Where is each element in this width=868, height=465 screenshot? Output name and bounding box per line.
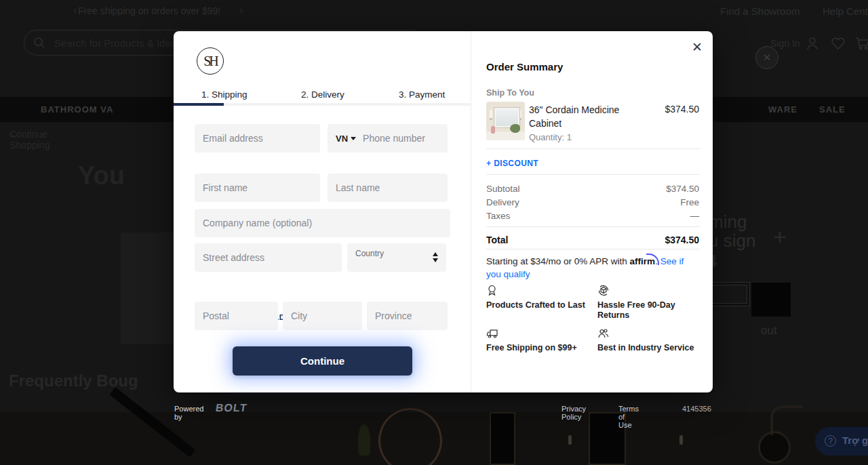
- checkout-link-fragment: out: [761, 324, 777, 338]
- people-icon: [597, 328, 610, 339]
- phone-field[interactable]: VN: [328, 124, 448, 153]
- screen: ‹ Free shipping on orders over $99! › Fi…: [0, 0, 868, 465]
- question-icon: ?: [825, 435, 836, 447]
- feature-service: Best in Industry Service: [597, 328, 705, 353]
- order-summary-pane: ✕ Order Summary Ship To You 36" Cordain …: [471, 31, 713, 392]
- find-showroom-link: Find a Showroom: [720, 5, 800, 17]
- background-popup-close-icon: ✕: [755, 46, 778, 69]
- add-discount-link[interactable]: + DISCOUNT: [486, 159, 538, 168]
- product-price: $374.50: [665, 104, 699, 115]
- feature-shipping: Free Shipping on $99+: [486, 328, 593, 353]
- nav-item-bathroom: BATHROOM VA: [41, 104, 113, 115]
- taxes-label: Taxes: [486, 211, 510, 221]
- email-field[interactable]: [195, 124, 320, 153]
- country-select[interactable]: Country: [347, 243, 446, 272]
- phone-number-input[interactable]: [361, 132, 432, 144]
- product-thumbnail: [486, 102, 525, 140]
- banner-prev-icon: ‹: [73, 4, 77, 16]
- phone-country-selector[interactable]: VN: [336, 134, 348, 144]
- checkout-progress-track: [174, 103, 471, 106]
- chevron-down-icon: [351, 137, 356, 140]
- bolt-logo: BOLT: [215, 402, 248, 414]
- nav-item-sale: SALE: [819, 104, 846, 115]
- help-center-link: Help Center: [823, 5, 868, 17]
- product-name: 36" Cordain Medicine Cabinet: [529, 103, 637, 130]
- company-field[interactable]: [195, 209, 450, 237]
- sign-in-link: Sign In: [770, 38, 800, 49]
- account-icon: [804, 35, 821, 52]
- tab-payment[interactable]: 3. Payment: [399, 89, 445, 100]
- promo-text-fragment-2: u sign: [709, 230, 755, 251]
- divider: [486, 174, 700, 175]
- shipping-form-pane: SH 1. Shipping 2. Delivery 3. Payment VN…: [174, 31, 471, 392]
- close-icon[interactable]: ✕: [692, 41, 703, 54]
- ship-to-you-label: Ship To You: [486, 88, 534, 98]
- continue-button[interactable]: Continue: [233, 346, 412, 376]
- divider: [486, 148, 700, 149]
- street-address-field[interactable]: [195, 243, 342, 272]
- country-label: Country: [355, 249, 384, 258]
- tab-shipping[interactable]: 1. Shipping: [201, 89, 248, 100]
- total-label: Total: [486, 235, 508, 245]
- tab-delivery[interactable]: 2. Delivery: [301, 89, 344, 100]
- page-title-fragment: You: [78, 161, 125, 190]
- promo-text-fragment-1: ming: [709, 211, 747, 232]
- truck-icon: [486, 328, 499, 339]
- merchant-logo: SH: [197, 47, 224, 75]
- city-field[interactable]: [283, 302, 362, 330]
- shower-arm-photo: [110, 387, 196, 457]
- help-chat-button: ? Trợ giúp: [815, 427, 868, 456]
- feature-crafted: Products Crafted to Last: [486, 285, 593, 310]
- last-name-field[interactable]: [328, 174, 448, 202]
- checkout-progress-fill: [174, 103, 224, 106]
- background-photo-strip: [0, 412, 868, 465]
- dark-button-fragment: [751, 283, 791, 317]
- postal-field[interactable]: [195, 302, 278, 330]
- terms-of-use-link[interactable]: Terms of Use: [618, 405, 639, 429]
- first-name-field[interactable]: [195, 174, 320, 202]
- sconce-photo: [679, 435, 683, 445]
- sconce-photo: [568, 435, 572, 445]
- nav-item-ware: WARE: [768, 104, 797, 115]
- cart-icon: [854, 35, 868, 52]
- banner-next-icon: ›: [239, 4, 243, 16]
- bolt-checkout-modal: SH 1. Shipping 2. Delivery 3. Payment VN…: [174, 31, 713, 392]
- subtotal-value: $374.50: [666, 184, 699, 194]
- stepper-arrows-icon: [433, 252, 438, 262]
- plus-icon: +: [773, 224, 787, 250]
- powered-by-label: Powered by: [174, 405, 203, 421]
- frequently-bought-heading: Frequently Boug: [9, 371, 138, 390]
- shower-head-photo: [758, 431, 791, 464]
- order-reference: 4145356: [682, 405, 711, 413]
- taxes-value: —: [690, 211, 700, 221]
- province-field[interactable]: [367, 302, 448, 330]
- divider: [486, 226, 700, 227]
- promo-banner: Free shipping on orders over $99!: [78, 5, 220, 16]
- box-return-icon: [597, 285, 610, 296]
- divider: [486, 249, 700, 249]
- mirror-frame-photo: [490, 412, 515, 465]
- award-ribbon-icon: [486, 285, 498, 296]
- search-icon: [33, 37, 45, 49]
- feature-returns: Hassle Free 90-Day Returns: [597, 285, 705, 321]
- product-quantity: Quantity: 1: [529, 132, 572, 142]
- shower-pipe-photo: [770, 405, 803, 435]
- subtotal-label: Subtotal: [486, 184, 520, 194]
- total-value: $374.50: [665, 235, 699, 245]
- delivery-value: Free: [680, 197, 699, 207]
- affirm-logo: affirm: [630, 256, 656, 266]
- wishlist-heart-icon: [830, 35, 846, 52]
- plant-photo: [358, 424, 370, 456]
- privacy-policy-link[interactable]: Privacy Policy: [561, 405, 586, 421]
- oval-mirror-photo: [378, 408, 442, 465]
- financing-text: Starting at $34/mo or 0% APR with affirm…: [486, 255, 690, 281]
- delivery-label: Delivery: [486, 197, 519, 207]
- order-summary-title: Order Summary: [486, 61, 563, 73]
